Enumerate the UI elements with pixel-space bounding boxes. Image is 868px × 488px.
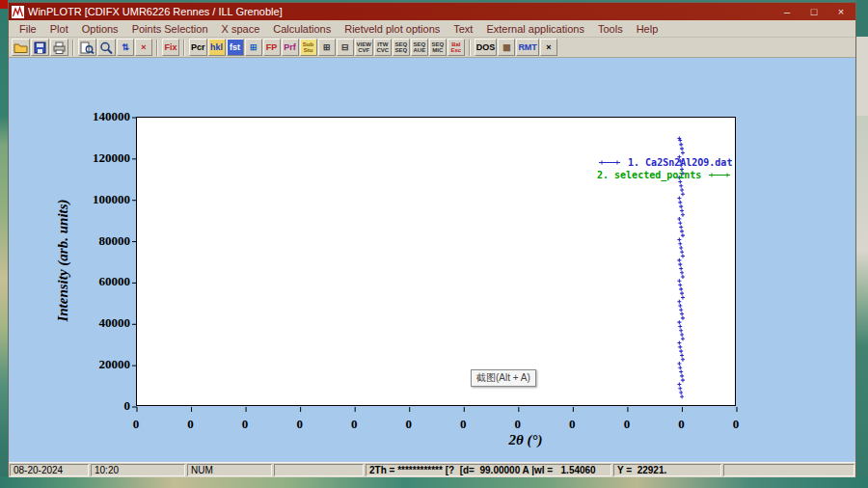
menu-item-file[interactable]: File — [13, 21, 43, 37]
menu-bar: FilePlotOptionsPoints SelectionX spaceCa… — [9, 20, 855, 38]
grid-button[interactable]: ⊞ — [245, 39, 262, 56]
x-tick-label: 0 — [242, 417, 249, 432]
zoom-icon — [99, 41, 114, 54]
toolbar-separator — [183, 40, 185, 56]
app-icon — [12, 6, 24, 18]
sub-button[interactable]: SubStu — [300, 39, 317, 56]
fp-button[interactable]: FP — [263, 39, 281, 56]
title-bar[interactable]: WinPLOTR [CDIFX UMR6226 Rennes / ILL Gre… — [9, 3, 855, 20]
x-tick-label: 0 — [733, 417, 740, 432]
menu-item-external-applications[interactable]: External applications — [479, 21, 591, 37]
exit-button[interactable]: × — [540, 39, 557, 56]
window-controls: – □ × — [780, 6, 848, 17]
dos-button[interactable]: DOS — [475, 39, 498, 56]
x-tick-label: 0 — [460, 417, 467, 432]
table2-button[interactable]: ⊟ — [337, 39, 354, 56]
legend-entry-1: 1. Ca2Sn2Al2O9.dat — [597, 156, 732, 169]
printer-icon — [52, 41, 67, 54]
rmt-button[interactable]: RMT — [516, 39, 539, 56]
delete-points-button[interactable]: × — [135, 39, 152, 56]
zoom-in-button[interactable] — [97, 39, 116, 56]
desktop-edge-bottom — [0, 476, 868, 488]
legend-entry-2: 2. selected_points — [597, 169, 732, 181]
zoom-page-button[interactable] — [78, 39, 96, 56]
menu-item-help[interactable]: Help — [630, 21, 665, 37]
fst-button[interactable]: fst — [227, 39, 244, 56]
bal-button[interactable]: BalExc — [448, 39, 465, 56]
y-tick-label: 100000 — [93, 192, 130, 207]
y-tick-label: 120000 — [93, 150, 130, 166]
pcr-button[interactable]: Pcr — [189, 39, 207, 56]
winplotr-window: WinPLOTR [CDIFX UMR6226 Rennes / ILL Gre… — [8, 2, 856, 476]
itw-cvc-button[interactable]: ITWCVC — [374, 39, 392, 56]
status-filler-panel — [723, 464, 854, 476]
view-cvf-button[interactable]: VIEWCVF — [355, 39, 373, 56]
menu-item-plot[interactable]: Plot — [43, 21, 75, 37]
y-tick-label: 80000 — [99, 233, 131, 249]
legend-marker-icon — [597, 158, 622, 167]
status-y-value: Y = 22921. — [613, 464, 721, 476]
seq-mic-button[interactable]: SEQMIC — [429, 39, 447, 56]
menu-item-rietveld-plot-options[interactable]: Rietveld plot options — [338, 21, 447, 37]
x-tick-label: 0 — [405, 417, 412, 432]
menu-item-x-space[interactable]: X space — [215, 21, 267, 37]
x-tick-label: 0 — [624, 417, 631, 432]
status-date: 08-20-2024 — [10, 464, 89, 476]
x-tick-label: 0 — [678, 417, 685, 432]
plot-client-area: Intensity (arb. units) 2θ (°) 1. Ca2Sn2A… — [9, 58, 855, 462]
x-tick-label: 0 — [569, 417, 576, 432]
legend-marker-icon — [707, 171, 732, 179]
menu-item-text[interactable]: Text — [447, 21, 479, 37]
screenshot-tooltip: 截图(Alt + A) — [471, 369, 536, 387]
desktop-edge-left — [0, 0, 8, 488]
seq-seq-button[interactable]: SEQSEQ — [393, 39, 410, 56]
toolbar-separator — [72, 40, 74, 56]
x-tick-label: 0 — [515, 417, 522, 432]
y-tick-label: 0 — [124, 398, 131, 414]
x-tick-label: 0 — [296, 417, 303, 432]
menu-item-tools[interactable]: Tools — [591, 21, 630, 37]
x-tick-label: 0 — [187, 417, 194, 432]
open-button[interactable] — [12, 39, 30, 56]
x-tick-labels: 000000000000 — [136, 417, 736, 432]
folder-icon — [14, 41, 28, 54]
minimize-button[interactable]: – — [780, 6, 794, 17]
print-button[interactable] — [50, 39, 68, 56]
y-tick-label: 140000 — [93, 109, 130, 124]
desktop-edge-right — [856, 0, 868, 488]
toolbar: ⇅×FixPcrhklfst⊞FPPrfSubStu⊞⊟VIEWCVFITWCV… — [9, 38, 855, 58]
table-button[interactable]: ⊞ — [318, 39, 336, 56]
window-title: WinPLOTR [CDIFX UMR6226 Rennes / ILL Gre… — [28, 6, 283, 17]
status-empty-panel — [274, 464, 364, 476]
x-tick-label: 0 — [133, 417, 140, 432]
status-numlock: NUM — [187, 464, 272, 476]
toolbar-separator — [469, 40, 471, 56]
menu-item-options[interactable]: Options — [75, 21, 125, 37]
hkl-button[interactable]: hkl — [208, 39, 226, 56]
close-button[interactable]: × — [834, 6, 848, 17]
y-tick-label: 20000 — [99, 357, 131, 372]
y-tick-label: 40000 — [99, 315, 131, 331]
status-bar: 08-20-2024 10:20 NUM 2Th = ************ … — [9, 462, 855, 477]
prf-button[interactable]: Prf — [282, 39, 299, 56]
x-tick-label: 0 — [351, 417, 358, 432]
zoom-page-icon — [80, 41, 95, 54]
y-tick-label: 60000 — [99, 274, 131, 289]
status-time: 10:20 — [91, 464, 185, 476]
status-2theta-info: 2Th = ************ [? [d= 99.00000 A |wl… — [366, 464, 611, 476]
fix-button[interactable]: Fix — [162, 39, 179, 56]
y-tick-labels: 020000400006000080000100000120000140000 — [38, 117, 130, 406]
seq-aue-button[interactable]: SEQAUE — [411, 39, 428, 56]
calc-button[interactable]: ▦ — [498, 39, 515, 56]
floppy-icon — [33, 41, 47, 54]
x-axis-title: 2θ (°) — [473, 432, 579, 448]
save-button[interactable] — [31, 39, 49, 56]
legend: 1. Ca2Sn2Al2O9.dat2. selected_points — [597, 156, 732, 181]
scale-updown-button[interactable]: ⇅ — [117, 39, 134, 56]
menu-item-points-selection[interactable]: Points Selection — [125, 21, 215, 37]
maximize-button[interactable]: □ — [807, 6, 821, 17]
toolbar-separator — [156, 40, 158, 56]
plot-area[interactable]: 1. Ca2Sn2Al2O9.dat2. selected_points — [136, 117, 736, 406]
menu-item-calculations[interactable]: Calculations — [266, 21, 338, 37]
